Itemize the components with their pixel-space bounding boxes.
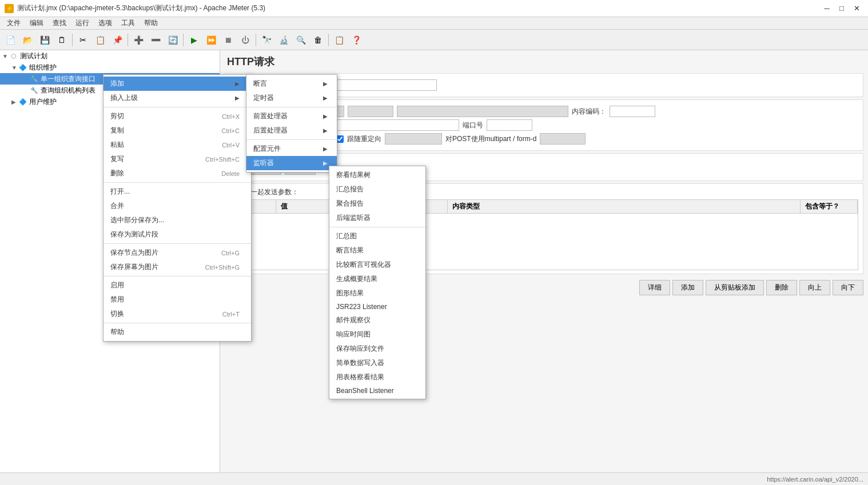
shutdown-button[interactable]: ⏻ [237, 32, 253, 48]
menu-tools[interactable]: 工具 [117, 17, 140, 29]
sub1-assertion[interactable]: 断言 ▶ [246, 77, 337, 91]
sub1-timer[interactable]: 定时器 ▶ [246, 91, 337, 105]
run-no-pause-button[interactable]: ⏩ [203, 32, 219, 48]
ctx-save-selection[interactable]: 选中部分保存为... [103, 213, 251, 227]
ctx-merge[interactable]: 合并 [103, 199, 251, 213]
tree-node-org-maint[interactable]: ▼ 🔷 组织维护 [0, 62, 220, 73]
sub2-mail-viewer[interactable]: 邮件观察仪 [329, 313, 425, 327]
sub2-jsr223-listener[interactable]: JSR223 Listener [329, 300, 425, 313]
ctx-duplicate-shortcut: Ctrl+Shift+C [205, 156, 240, 163]
sub2-view-results-tree[interactable]: 察看结果树 [329, 168, 425, 182]
save-as-button[interactable]: 🗒 [54, 32, 70, 48]
sub2-simple-data-writer[interactable]: 简单数据写入器 [329, 356, 425, 370]
minimize-button[interactable]: ─ [820, 2, 834, 15]
open-button[interactable]: 📂 [19, 32, 35, 48]
tree-single-org-arrow [23, 76, 30, 82]
sub1-post-processor-label: 后置处理器 [253, 126, 288, 135]
ctx-cut[interactable]: 剪切 Ctrl+X [103, 109, 251, 123]
expand-button[interactable]: ➕ [130, 32, 146, 48]
maximize-button[interactable]: □ [835, 2, 849, 15]
context-menu: 添加 ▶ 插入上级 ▶ 剪切 Ctrl+X 复制 Ctrl+C 粘贴 Ctrl+… [103, 74, 252, 342]
ctx-cut-label: 剪切 [110, 111, 124, 121]
sub1-post-processor[interactable]: 后置处理器 ▶ [246, 123, 337, 138]
ctx-save-node-image[interactable]: 保存节点为图片 Ctrl+G [103, 246, 251, 260]
cut-button[interactable]: ✂ [75, 32, 91, 48]
run-button[interactable]: ▶ [186, 32, 202, 48]
sub2-graph-results[interactable]: 图形结果 [329, 286, 425, 300]
new-button[interactable]: 📄 [2, 32, 18, 48]
add-from-clipboard-button[interactable]: 从剪贴板添加 [706, 280, 764, 295]
sub2-aggregate-report[interactable]: 聚合报告 [329, 197, 425, 211]
ctx-sep-3 [103, 243, 251, 244]
toolbar-sep-4 [256, 34, 256, 46]
ctx-toggle[interactable]: 切换 Ctrl+T [103, 307, 251, 321]
ctx-copy[interactable]: 复制 Ctrl+C [103, 123, 251, 138]
template-button[interactable]: 📋 [331, 32, 347, 48]
content-enc-input[interactable] [610, 106, 655, 117]
save-button[interactable]: 💾 [37, 32, 53, 48]
ctx-insert-parent[interactable]: 插入上级 ▶ [103, 91, 251, 105]
ctx-save-node-image-label: 保存节点为图片 [110, 248, 158, 258]
delete-param-button[interactable]: 删除 [766, 280, 797, 295]
status-bar: https://alert.carin.oa/api_v2/2020... [0, 472, 868, 485]
tree-root[interactable]: ▼ ⬡ 测试计划 [0, 50, 220, 62]
search-button[interactable]: 🔍 [293, 32, 309, 48]
sub1-post-processor-arrow: ▶ [323, 127, 328, 134]
sub2-assertion-results[interactable]: 断言结果 [329, 243, 425, 258]
ctx-add[interactable]: 添加 ▶ [103, 77, 251, 91]
sub1-config[interactable]: 配置元件 ▶ [246, 142, 337, 156]
copy-button[interactable]: 📋 [92, 32, 108, 48]
port-label: 端口号 [463, 121, 483, 130]
collapse-button[interactable]: ➖ [148, 32, 164, 48]
sub2-save-responses[interactable]: 保存响应到文件 [329, 342, 425, 356]
paste-button[interactable]: 📌 [109, 32, 125, 48]
up-button[interactable]: 向上 [799, 280, 830, 295]
down-button[interactable]: 向下 [833, 280, 863, 295]
tree-user-maint-label: 用户维护 [29, 97, 57, 107]
sub1-listener[interactable]: 监听器 ▶ [246, 156, 337, 170]
sub2-backend-listener[interactable]: 后端监听器 [329, 211, 425, 225]
detail-button[interactable]: 详细 [639, 280, 670, 295]
stop-button[interactable]: ⏹ [220, 32, 236, 48]
ctx-enable[interactable]: 启用 [103, 278, 251, 292]
ctx-open[interactable]: 打开... [103, 185, 251, 199]
sub2-aggregate-graph-label: 汇总图 [336, 231, 357, 241]
sub2-summary-report[interactable]: 汇总报告 [329, 182, 425, 197]
menu-options[interactable]: 选项 [94, 17, 117, 29]
menu-edit[interactable]: 编辑 [25, 17, 48, 29]
port-input[interactable] [487, 119, 532, 131]
option3-value [540, 133, 586, 145]
sub1-sep-1 [246, 107, 337, 107]
menu-file[interactable]: 文件 [2, 17, 25, 29]
ctx-duplicate[interactable]: 复写 Ctrl+Shift+C [103, 152, 251, 166]
ctx-help[interactable]: 帮助 [103, 325, 251, 339]
ctx-delete[interactable]: 删除 Delete [103, 166, 251, 181]
menu-run[interactable]: 运行 [71, 17, 94, 29]
sub2-aggregate-graph[interactable]: 汇总图 [329, 229, 425, 243]
help-toolbar-button[interactable]: ❓ [348, 32, 364, 48]
add-param-button[interactable]: 添加 [672, 280, 703, 295]
sub2-compare-assertion-visualizer[interactable]: 比较断言可视化器 [329, 258, 425, 272]
menu-find[interactable]: 查找 [48, 17, 71, 29]
clear-button[interactable]: 🗑 [310, 32, 326, 48]
ctx-paste[interactable]: 粘贴 Ctrl+V [103, 138, 251, 152]
tree-root-icon: ⬡ [9, 51, 18, 61]
ctx-disable[interactable]: 禁用 [103, 292, 251, 307]
ctx-open-label: 打开... [110, 187, 130, 197]
remote-start-button[interactable]: 🔭 [258, 32, 274, 48]
close-button[interactable]: ✕ [850, 2, 863, 15]
ctx-disable-label: 禁用 [110, 295, 124, 304]
sub2-response-time-graph[interactable]: 响应时间图 [329, 327, 425, 342]
sub1-pre-processor[interactable]: 前置处理器 ▶ [246, 109, 337, 123]
ctx-save-fragment[interactable]: 保存为测试片段 [103, 227, 251, 242]
toggle-button[interactable]: 🔄 [165, 32, 181, 48]
sub2-generate-summary[interactable]: 生成概要结果 [329, 272, 425, 286]
tree-org-maint-arrow: ▼ [11, 65, 18, 71]
ctx-save-screen-image[interactable]: 保存屏幕为图片 Ctrl+Shift+G [103, 260, 251, 274]
sub2-beanshell-listener[interactable]: BeanShell Listener [329, 384, 425, 397]
sub2-view-results-table[interactable]: 用表格察看结果 [329, 370, 425, 384]
tree-query-org-arrow [23, 87, 30, 94]
sub2-save-responses-label: 保存响应到文件 [336, 344, 384, 354]
remote-stop-button[interactable]: 🔬 [276, 32, 292, 48]
menu-help[interactable]: 帮助 [140, 17, 162, 29]
